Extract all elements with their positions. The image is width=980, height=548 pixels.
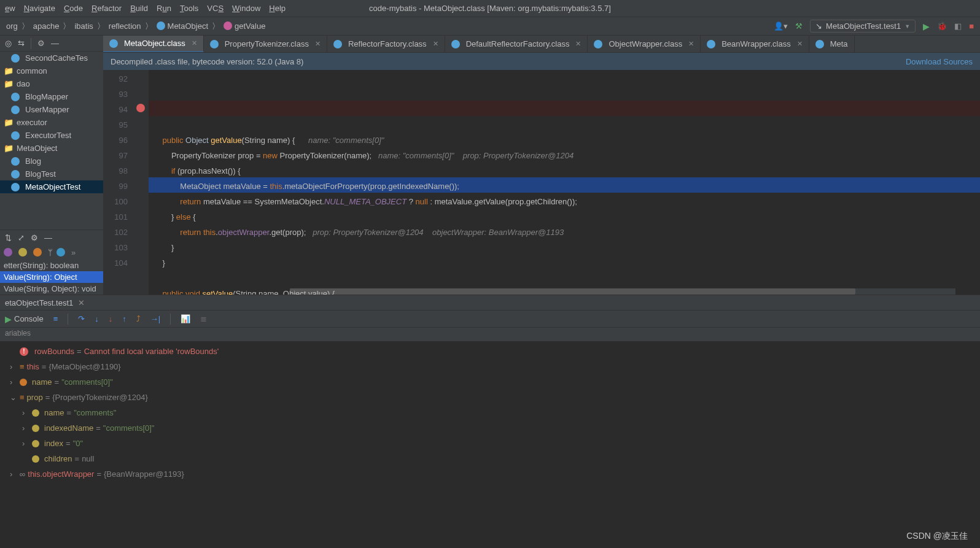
run-config-selector[interactable]: ↘ MetaObjectTest.test1 ▼ (810, 20, 916, 33)
more-icon[interactable]: » (71, 248, 76, 257)
line-gutter[interactable]: 9293949596979899100101102103104 (103, 70, 134, 295)
menu-item[interactable]: Tools (180, 4, 198, 13)
editor-tab[interactable]: Meta (809, 36, 855, 52)
breadcrumb[interactable]: org〉 apache〉 ibatis〉 reflection〉 MetaObj… (6, 21, 265, 32)
show-icon[interactable]: ᛘ (48, 248, 53, 257)
chevron-right-icon[interactable]: › (22, 422, 29, 434)
breadcrumb-item[interactable]: reflection (109, 21, 141, 31)
menu-item[interactable]: Build (130, 4, 148, 13)
threads-icon[interactable]: ≡ (53, 314, 58, 323)
chevron-right-icon[interactable]: › (22, 437, 29, 450)
run-coverage-icon[interactable]: ◧ (954, 21, 962, 31)
menu-item[interactable]: ew (5, 4, 15, 13)
evaluate-icon[interactable]: 📊 (181, 314, 190, 323)
variable-error-row[interactable]: ! rowBounds = Cannot find local variable… (0, 344, 980, 359)
breadcrumb-item[interactable]: org (6, 21, 18, 31)
variable-row[interactable]: › name = "comments[0]" (0, 374, 980, 390)
menu-item[interactable]: VCS (207, 4, 224, 13)
variable-row[interactable]: › name = "comments" (0, 405, 980, 420)
structure-item[interactable]: etter(String): boolean (0, 260, 103, 271)
close-icon[interactable]: ✕ (575, 40, 581, 48)
chevron-right-icon[interactable]: › (10, 376, 17, 388)
hide-icon[interactable]: — (51, 39, 59, 48)
menu-item[interactable]: Code (64, 4, 83, 13)
code-editor[interactable]: 9293949596979899100101102103104 public O… (103, 70, 980, 295)
structure-item[interactable]: Value(String): Object (0, 271, 103, 283)
breadcrumb-item[interactable]: getValue (224, 21, 265, 31)
code-text[interactable]: public Object getValue(String name) { na… (149, 70, 980, 295)
drop-frame-icon[interactable]: ⤴ (136, 314, 141, 323)
stop-icon[interactable]: ■ (969, 21, 974, 31)
menu-item[interactable]: Refactor (91, 4, 122, 13)
breakpoint-icon[interactable] (136, 104, 145, 112)
close-icon[interactable]: ✕ (315, 40, 321, 48)
force-step-into-icon[interactable]: ↓ (109, 314, 113, 323)
structure-item[interactable]: Value(String, Object): void (0, 283, 103, 295)
debug-icon[interactable]: 🐞 (937, 21, 947, 31)
editor-tab[interactable]: DefaultReflectorFactory.class✕ (445, 36, 588, 52)
tree-item[interactable]: SecondCacheTes (0, 52, 103, 64)
sort-icon[interactable]: ⇅ (5, 233, 12, 242)
project-tree[interactable]: SecondCacheTes 📁 common 📁 dao BlogMapper… (0, 52, 103, 230)
tree-item[interactable]: 📁 MetaObject (0, 142, 103, 155)
run-icon[interactable]: ▶ (923, 21, 930, 31)
tree-item[interactable]: BlogTest (0, 168, 103, 180)
console-tab[interactable]: ▶Console (5, 314, 44, 324)
variable-row[interactable]: › indexedName = "comments[0]" (0, 420, 980, 436)
menu-item[interactable]: Run (157, 4, 171, 13)
variable-row[interactable]: › index = "0" (0, 436, 980, 451)
menu-item[interactable]: Navigate (24, 4, 55, 13)
tree-item[interactable]: MetaObjectTest (0, 180, 103, 193)
close-icon[interactable]: ✕ (433, 40, 438, 48)
chevron-right-icon[interactable]: › (10, 468, 17, 480)
editor-tab[interactable]: ReflectorFactory.class✕ (327, 36, 445, 52)
target-icon[interactable]: ◎ (5, 39, 12, 48)
chevron-right-icon[interactable]: › (10, 360, 17, 373)
structure-tree[interactable]: etter(String): boolean Value(String): Ob… (0, 260, 103, 295)
chevron-right-icon[interactable]: › (22, 406, 29, 419)
close-icon[interactable]: ✕ (78, 298, 85, 307)
breadcrumb-item[interactable]: MetaObject (157, 21, 208, 31)
trace-icon[interactable]: ≣ (200, 314, 207, 323)
editor-tab[interactable]: MetaObject.class✕ (103, 36, 204, 52)
breakpoint-gutter[interactable] (134, 70, 149, 295)
tree-item[interactable]: 📁 common (0, 64, 103, 77)
tree-item[interactable]: UserMapper (0, 103, 103, 116)
step-over-icon[interactable]: ↷ (78, 314, 85, 323)
close-icon[interactable]: ✕ (192, 39, 197, 47)
property-icon[interactable] (4, 248, 12, 257)
close-icon[interactable]: ✕ (797, 40, 803, 48)
tree-item[interactable]: Blog (0, 155, 103, 168)
editor-tab[interactable]: PropertyTokenizer.class✕ (204, 36, 327, 52)
variable-row[interactable]: children = null (0, 451, 980, 466)
tree-item[interactable]: BlogMapper (0, 90, 103, 103)
editor-tab[interactable]: BeanWrapper.class✕ (701, 36, 809, 52)
user-icon[interactable]: 👤▾ (774, 21, 788, 31)
debug-session-tab[interactable]: etaObjectTest.test1 (5, 298, 73, 307)
anon-icon[interactable] (56, 248, 65, 257)
menu-item[interactable]: Window (232, 4, 260, 13)
step-out-icon[interactable]: ↑ (122, 314, 126, 323)
collapse-icon[interactable]: ⇆ (18, 39, 25, 48)
breadcrumb-item[interactable]: ibatis (74, 21, 93, 31)
gear-icon[interactable]: ⚙ (31, 233, 38, 242)
download-sources-link[interactable]: Download Sources (906, 57, 973, 66)
breadcrumb-item[interactable]: apache (33, 21, 60, 31)
variables-tree[interactable]: ! rowBounds = Cannot find local variable… (0, 341, 980, 484)
tree-item[interactable]: 📁 dao (0, 77, 103, 90)
close-icon[interactable]: ✕ (688, 40, 694, 48)
editor-tab[interactable]: ObjectWrapper.class✕ (588, 36, 701, 52)
tree-item[interactable]: 📁 executor (0, 116, 103, 129)
gear-icon[interactable]: ⚙ (37, 39, 45, 48)
run-to-cursor-icon[interactable]: →| (150, 314, 160, 323)
variable-row[interactable]: ⌄≡ prop = {PropertyTokenizer@1204} (0, 390, 980, 405)
menu-item[interactable]: Help (269, 4, 286, 13)
build-icon[interactable]: ⚒ (795, 21, 803, 31)
variable-row[interactable]: ›∞ this.objectWrapper = {BeanWrapper@119… (0, 466, 980, 482)
hide-icon[interactable]: — (44, 233, 52, 242)
field-icon[interactable] (18, 248, 27, 257)
variable-row[interactable]: ›≡ this = {MetaObject@1190} (0, 359, 980, 374)
expand-icon[interactable]: ⤢ (18, 233, 25, 242)
tree-item[interactable]: ExecutorTest (0, 129, 103, 142)
step-into-icon[interactable]: ↓ (95, 314, 99, 323)
